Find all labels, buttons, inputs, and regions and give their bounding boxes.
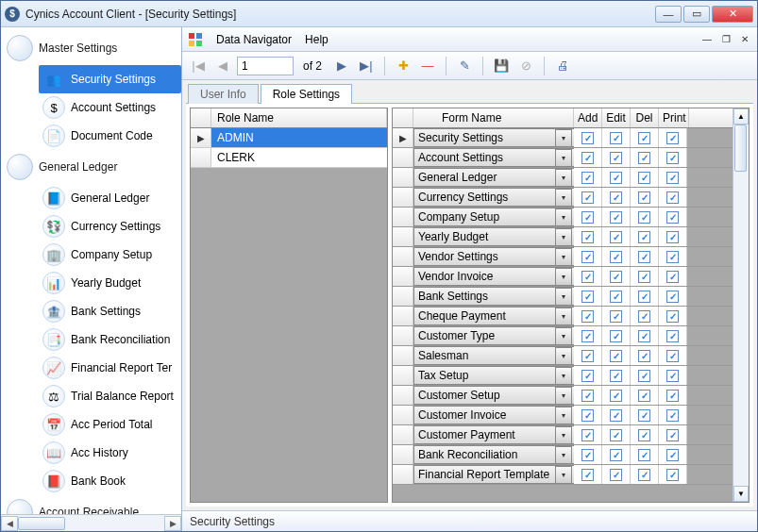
- checkbox-cell[interactable]: ✓: [602, 148, 631, 167]
- form-row[interactable]: Customer Payment✓✓✓✓: [393, 425, 733, 445]
- page-number-input[interactable]: [237, 57, 294, 75]
- checkbox-cell[interactable]: ✓: [574, 208, 602, 226]
- checkbox[interactable]: ✓: [666, 152, 679, 164]
- checkbox[interactable]: ✓: [666, 469, 679, 481]
- form-name-dropdown[interactable]: Bank Settings: [413, 287, 574, 306]
- maximize-button[interactable]: ▭: [683, 6, 710, 23]
- form-row[interactable]: Vendor Settings✓✓✓✓: [393, 247, 733, 267]
- form-name-dropdown[interactable]: Vendor Settings: [413, 247, 574, 266]
- checkbox-cell[interactable]: ✓: [574, 247, 602, 266]
- checkbox[interactable]: ✓: [581, 271, 594, 283]
- checkbox[interactable]: ✓: [610, 330, 622, 342]
- checkbox[interactable]: ✓: [666, 172, 679, 184]
- checkbox[interactable]: ✓: [581, 211, 594, 224]
- checkbox[interactable]: ✓: [638, 330, 650, 342]
- sidebar-item[interactable]: 💱Currency Settings: [1, 212, 181, 241]
- checkbox[interactable]: ✓: [638, 152, 650, 164]
- checkbox-cell[interactable]: ✓: [631, 465, 659, 484]
- form-name-dropdown[interactable]: Customer Setup: [413, 386, 574, 405]
- role-row[interactable]: CLERK: [191, 148, 387, 168]
- checkbox-cell[interactable]: ✓: [574, 346, 602, 365]
- checkbox-cell[interactable]: ✓: [631, 445, 659, 464]
- checkbox[interactable]: ✓: [638, 409, 650, 422]
- scroll-down-button[interactable]: ▼: [733, 486, 749, 502]
- checkbox-cell[interactable]: ✓: [659, 188, 687, 207]
- checkbox-cell[interactable]: ✓: [574, 445, 602, 464]
- form-row[interactable]: Customer Type✓✓✓✓: [393, 326, 733, 346]
- checkbox[interactable]: ✓: [666, 330, 679, 342]
- checkbox-cell[interactable]: ✓: [659, 208, 687, 226]
- checkbox-cell[interactable]: ✓: [602, 346, 631, 365]
- checkbox-cell[interactable]: ✓: [602, 208, 631, 226]
- checkbox-cell[interactable]: ✓: [574, 326, 602, 345]
- checkbox[interactable]: ✓: [666, 271, 679, 283]
- sidebar-item[interactable]: $Account Settings: [1, 93, 181, 122]
- form-name-dropdown[interactable]: Company Setup: [413, 208, 574, 226]
- form-name-dropdown[interactable]: Security Settings: [413, 128, 574, 147]
- checkbox-cell[interactable]: ✓: [659, 465, 687, 484]
- checkbox[interactable]: ✓: [581, 251, 594, 263]
- checkbox[interactable]: ✓: [610, 251, 622, 263]
- menu-data-navigator[interactable]: Data Navigator: [216, 33, 292, 46]
- checkbox[interactable]: ✓: [638, 251, 650, 263]
- form-row[interactable]: Cheque Payment✓✓✓✓: [393, 307, 733, 326]
- checkbox[interactable]: ✓: [581, 172, 594, 184]
- checkbox-cell[interactable]: ✓: [659, 168, 687, 187]
- form-row[interactable]: Account Settings✓✓✓✓: [393, 148, 733, 168]
- mdi-restore-button[interactable]: ❐: [719, 33, 733, 46]
- add-record-button[interactable]: ✚: [393, 56, 413, 76]
- close-button[interactable]: ✕: [712, 6, 753, 23]
- checkbox-cell[interactable]: ✓: [659, 287, 687, 306]
- checkbox[interactable]: ✓: [666, 390, 679, 402]
- checkbox-cell[interactable]: ✓: [602, 227, 631, 246]
- checkbox-cell[interactable]: ✓: [574, 168, 602, 187]
- form-row[interactable]: Bank Reconciliation✓✓✓✓: [393, 445, 733, 465]
- form-name-dropdown[interactable]: General Ledger: [413, 168, 574, 187]
- form-name-dropdown[interactable]: Salesman: [413, 346, 574, 365]
- sidebar-item[interactable]: 📄Document Code: [1, 122, 181, 150]
- form-grid-header-edit[interactable]: Edit: [602, 108, 631, 127]
- checkbox[interactable]: ✓: [638, 429, 650, 441]
- scroll-up-button[interactable]: ▲: [733, 108, 749, 125]
- form-row[interactable]: Customer Setup✓✓✓✓: [393, 386, 733, 406]
- checkbox[interactable]: ✓: [581, 152, 594, 164]
- checkbox[interactable]: ✓: [581, 449, 594, 461]
- checkbox[interactable]: ✓: [610, 390, 622, 402]
- checkbox-cell[interactable]: ✓: [631, 307, 659, 325]
- minimize-button[interactable]: —: [655, 6, 682, 23]
- sidebar-hscroll[interactable]: ◀ ▶: [1, 514, 181, 531]
- mdi-close-button[interactable]: ✕: [738, 33, 751, 46]
- form-name-dropdown[interactable]: Currency Settings: [413, 188, 574, 207]
- checkbox-cell[interactable]: ✓: [574, 128, 602, 147]
- vscroll-thumb[interactable]: [734, 125, 747, 172]
- sidebar-item[interactable]: 📕Bank Book: [1, 467, 181, 495]
- checkbox[interactable]: ✓: [581, 390, 594, 402]
- checkbox[interactable]: ✓: [610, 310, 622, 323]
- form-name-dropdown[interactable]: Customer Type: [413, 326, 574, 345]
- form-name-dropdown[interactable]: Bank Reconciliation: [413, 445, 574, 464]
- hscroll-track[interactable]: [18, 516, 164, 531]
- checkbox[interactable]: ✓: [581, 231, 594, 243]
- print-button[interactable]: 🖨: [552, 56, 573, 76]
- sidebar-item[interactable]: 📖Acc History: [1, 439, 181, 467]
- checkbox-cell[interactable]: ✓: [574, 366, 602, 385]
- checkbox[interactable]: ✓: [610, 231, 622, 243]
- checkbox[interactable]: ✓: [581, 469, 594, 481]
- checkbox-cell[interactable]: ✓: [631, 287, 659, 306]
- checkbox-cell[interactable]: ✓: [574, 307, 602, 325]
- next-record-button[interactable]: ▶: [331, 56, 352, 76]
- checkbox[interactable]: ✓: [638, 211, 650, 224]
- cancel-button[interactable]: ⊘: [515, 56, 536, 76]
- checkbox[interactable]: ✓: [666, 429, 679, 441]
- checkbox-cell[interactable]: ✓: [574, 188, 602, 207]
- checkbox-cell[interactable]: ✓: [602, 188, 631, 207]
- checkbox-cell[interactable]: ✓: [631, 386, 659, 405]
- checkbox-cell[interactable]: ✓: [659, 386, 687, 405]
- checkbox[interactable]: ✓: [666, 231, 679, 243]
- sidebar-item[interactable]: 🏢Company Setup: [1, 241, 181, 269]
- checkbox-cell[interactable]: ✓: [659, 247, 687, 266]
- checkbox-cell[interactable]: ✓: [631, 247, 659, 266]
- checkbox-cell[interactable]: ✓: [659, 346, 687, 365]
- checkbox-cell[interactable]: ✓: [602, 445, 631, 464]
- checkbox[interactable]: ✓: [666, 211, 679, 224]
